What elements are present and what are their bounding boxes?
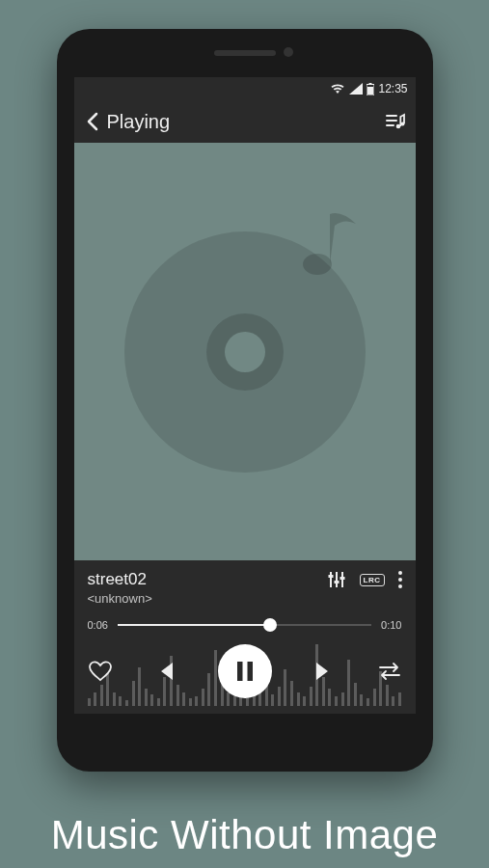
app-header: Playing [74, 100, 416, 143]
page-title: Playing [107, 111, 171, 133]
elapsed-time: 0:06 [88, 619, 108, 631]
progress-fill [118, 624, 270, 626]
status-time: 12:35 [378, 82, 407, 95]
playlist-icon[interactable] [385, 112, 406, 131]
total-time: 0:10 [381, 619, 401, 631]
repeat-button[interactable] [377, 661, 402, 682]
pause-button[interactable] [218, 644, 272, 698]
track-info: street02 <unknown> [88, 570, 327, 606]
caption: Music Without Image [0, 812, 489, 858]
track-artist: <unknown> [88, 591, 327, 606]
battery-icon [367, 83, 374, 95]
screen: 12:35 Playing [74, 77, 416, 714]
signal-icon [349, 83, 363, 95]
svg-rect-6 [328, 575, 333, 578]
svg-point-5 [303, 254, 332, 275]
svg-point-4 [400, 122, 404, 126]
svg-rect-9 [237, 662, 243, 681]
more-icon[interactable] [398, 571, 402, 588]
svg-rect-8 [340, 577, 344, 580]
lyrics-button[interactable]: LRC [360, 574, 385, 586]
svg-rect-10 [247, 662, 253, 681]
next-button[interactable] [312, 661, 336, 682]
seek-knob[interactable] [263, 618, 277, 632]
svg-rect-2 [367, 87, 373, 95]
album-art-area [74, 143, 416, 560]
track-title: street02 [88, 570, 327, 589]
seek-bar[interactable] [118, 624, 371, 626]
track-row: street02 <unknown> LRC [88, 570, 402, 606]
favorite-button[interactable] [88, 660, 113, 683]
phone-frame: 12:35 Playing [57, 29, 433, 772]
equalizer-icon[interactable] [327, 570, 346, 589]
track-actions: LRC [327, 570, 402, 589]
transport-controls [88, 644, 402, 698]
svg-rect-1 [369, 83, 372, 85]
status-bar: 12:35 [74, 77, 416, 100]
music-note-icon [298, 201, 367, 280]
phone-speaker [214, 50, 276, 56]
back-icon[interactable] [84, 111, 101, 132]
svg-rect-7 [334, 581, 339, 583]
previous-button[interactable] [153, 661, 177, 682]
progress-row: 0:06 0:10 [88, 619, 402, 631]
phone-camera [284, 47, 293, 57]
wifi-icon [330, 83, 345, 95]
controls-panel: street02 <unknown> LRC [74, 560, 416, 714]
